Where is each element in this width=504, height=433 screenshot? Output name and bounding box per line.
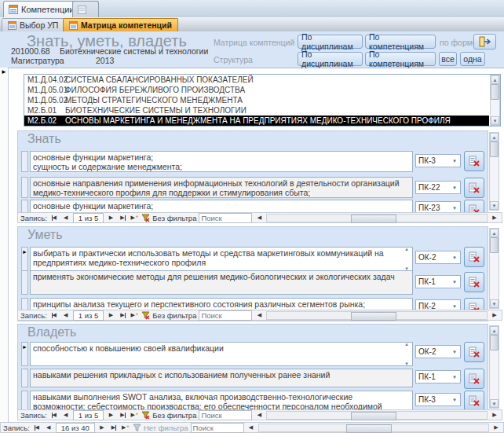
previous-record-button[interactable]: ◀ [61, 311, 71, 320]
horizontal-scrollbar[interactable] [266, 214, 488, 222]
record-position[interactable]: 1 из 5 [73, 213, 104, 223]
chevron-down-icon[interactable]: ▼ [449, 398, 460, 402]
new-record-button[interactable]: ▶* [130, 214, 139, 222]
delete-record-button[interactable] [464, 391, 484, 411]
search-input[interactable] [199, 310, 252, 321]
horizontal-scrollbar[interactable] [266, 311, 488, 320]
delete-record-button[interactable] [464, 342, 484, 362]
tab-select-up[interactable]: Выбор УП [2, 18, 64, 31]
chevron-down-icon[interactable]: ▼ [449, 255, 460, 260]
hscroll-right-icon[interactable]: ▶ [490, 311, 499, 320]
scrollbar-thumb[interactable] [351, 215, 396, 223]
row-selector[interactable] [21, 270, 28, 295]
search-input[interactable] [191, 423, 244, 433]
scroll-up-icon[interactable]: ▲ [491, 75, 499, 84]
new-record-button[interactable]: ▶* [130, 411, 139, 420]
tab-competency-matrix[interactable]: Матрица компетенций [63, 18, 178, 31]
know-scrollbar[interactable]: ▲ ▼ [489, 132, 499, 211]
last-record-button[interactable]: ▶ [118, 411, 127, 420]
know-row2-competence-combo[interactable]: ПК-22 ▼ [415, 181, 461, 194]
record-position[interactable]: 1 из 5 [73, 310, 104, 321]
master-row3-text[interactable]: навыками выполнения SWOT анализа, включа… [30, 391, 413, 412]
chevron-down-icon[interactable]: ▼ [449, 350, 460, 354]
master-row1-competence-combo[interactable]: ОК-2 ▼ [415, 345, 461, 358]
one-button[interactable]: одна [460, 52, 485, 66]
row-selector-current[interactable]: ► [21, 342, 28, 366]
hscroll-right-icon[interactable]: ▶ [490, 411, 499, 420]
hscroll-left-icon[interactable]: ◀ [254, 214, 264, 222]
master-row3-competence-combo[interactable]: ПК-3 ▼ [415, 393, 461, 406]
discipline-row[interactable]: М1.Д.04.02 СИСТЕМА СБАЛАНСИРОВАННЫХ ПОКА… [24, 75, 489, 85]
search-input[interactable] [199, 410, 252, 420]
matrix-by-competencies-button[interactable]: По компетенциям [365, 35, 436, 49]
scroll-down-icon[interactable]: ▼ [491, 116, 499, 125]
know-row2-text[interactable]: основные направления применения информац… [30, 177, 413, 198]
new-record-button[interactable]: ▶* [130, 311, 139, 320]
hscroll-right-icon[interactable]: ▶ [491, 424, 501, 432]
form-record-selector[interactable]: ► [0, 68, 9, 422]
last-record-button[interactable]: ▶ [118, 214, 127, 222]
last-record-button[interactable]: ▶ [109, 424, 119, 432]
delete-record-button[interactable] [464, 247, 484, 267]
horizontal-scrollbar[interactable] [258, 424, 489, 432]
scroll-up-icon[interactable]: ▲ [490, 326, 499, 335]
textbox-scroll[interactable]: ▲▼ [403, 247, 411, 271]
chevron-down-icon[interactable]: ▼ [449, 280, 460, 284]
master-row2-competence-combo[interactable]: ПК-1 ▼ [415, 370, 461, 383]
able-row1-text[interactable]: выбирать и практически использовать мето… [30, 247, 413, 271]
hscroll-left-icon[interactable]: ◀ [247, 424, 256, 432]
next-record-button[interactable]: ▶ [106, 311, 115, 320]
disciplines-scrollbar[interactable]: ▲ ▼ [490, 75, 500, 126]
able-scrollbar[interactable]: ▲ ▼ [489, 228, 499, 309]
master-row2-text[interactable]: навыками решения прикладных с использова… [30, 369, 413, 387]
horizontal-scrollbar[interactable] [266, 411, 488, 420]
know-row1-text[interactable]: основные функции маркетинга; сущность и … [30, 151, 413, 172]
first-record-button[interactable]: ◀ [32, 424, 42, 432]
first-record-button[interactable]: ◀ [49, 411, 59, 420]
row-selector[interactable] [21, 151, 28, 172]
row-selector[interactable] [21, 177, 28, 198]
record-position[interactable]: 1 из 5 [73, 410, 104, 420]
delete-record-button[interactable] [464, 272, 484, 292]
next-record-button[interactable]: ▶ [106, 411, 115, 420]
record-position[interactable]: 16 из 40 [56, 423, 95, 433]
discipline-row[interactable]: М1.Д.05.01 ФИЛОСОФИЯ БЕРЕЖЛИВОГО ПРОИЗВО… [24, 85, 489, 95]
scroll-up-icon[interactable]: ▲ [490, 229, 499, 237]
structure-by-disciplines-button[interactable]: По дисциплинам [298, 52, 363, 66]
scrollbar-thumb[interactable] [351, 312, 396, 321]
discipline-row[interactable]: М2.Б.01 БИОТЕХНИЧЕСКИЕ СИСТЕМЫ И ТЕХНОЛО… [24, 105, 489, 116]
able-row2-text[interactable]: применять экономические методы для решен… [30, 270, 413, 295]
textbox-scroll[interactable]: ▲▼ [403, 342, 411, 366]
first-record-button[interactable]: ◀ [49, 311, 59, 320]
filter-status[interactable]: Без фильтра [141, 214, 196, 222]
scroll-up-icon[interactable]: ▲ [490, 133, 499, 141]
previous-record-button[interactable]: ◀ [44, 424, 53, 432]
scroll-down-icon[interactable]: ▼ [490, 399, 499, 408]
able-row1-competence-combo[interactable]: ОК-2 ▼ [415, 251, 461, 264]
exit-form-button[interactable] [473, 34, 496, 50]
chevron-down-icon[interactable]: ▼ [449, 206, 460, 211]
structure-by-competencies-button[interactable]: По компетенциям [365, 52, 436, 66]
scrollbar-thumb[interactable] [490, 335, 499, 350]
master-row1-text[interactable]: способностью к повышению своей квалифика… [30, 342, 413, 366]
chevron-down-icon[interactable]: ▼ [449, 185, 460, 190]
discipline-row[interactable]: М1.Д.05.02 МЕТОДЫ СТРАТЕГИЧЕСКОГО МЕНЕДЖ… [24, 95, 489, 105]
able-row2-competence-combo[interactable]: ПК-1 ▼ [415, 275, 461, 288]
row-selector-current[interactable]: ► [21, 247, 28, 271]
hscroll-left-icon[interactable]: ◀ [254, 311, 264, 320]
filter-status[interactable]: Без фильтра [141, 411, 196, 420]
discipline-row-selected[interactable]: М2.Б.02 ОСНОВЫ МАРКЕТИНГА И МЕНЕДЖМЕНТА … [24, 116, 489, 126]
new-record-button[interactable]: ▶* [121, 424, 130, 432]
first-record-button[interactable]: ◀ [49, 214, 59, 222]
delete-record-button[interactable] [464, 151, 484, 171]
scroll-down-icon[interactable]: ▼ [490, 299, 499, 308]
next-record-button[interactable]: ▶ [106, 214, 115, 222]
chevron-down-icon[interactable]: ▼ [449, 304, 460, 309]
previous-record-button[interactable]: ◀ [61, 214, 71, 222]
filter-status[interactable]: Без фильтра [141, 311, 196, 320]
row-selector[interactable] [21, 391, 28, 412]
next-record-button[interactable]: ▶ [97, 424, 107, 432]
matrix-by-disciplines-button[interactable]: По дисциплинам [298, 35, 363, 49]
previous-record-button[interactable]: ◀ [61, 411, 71, 420]
scrollbar-thumb[interactable] [351, 412, 396, 420]
